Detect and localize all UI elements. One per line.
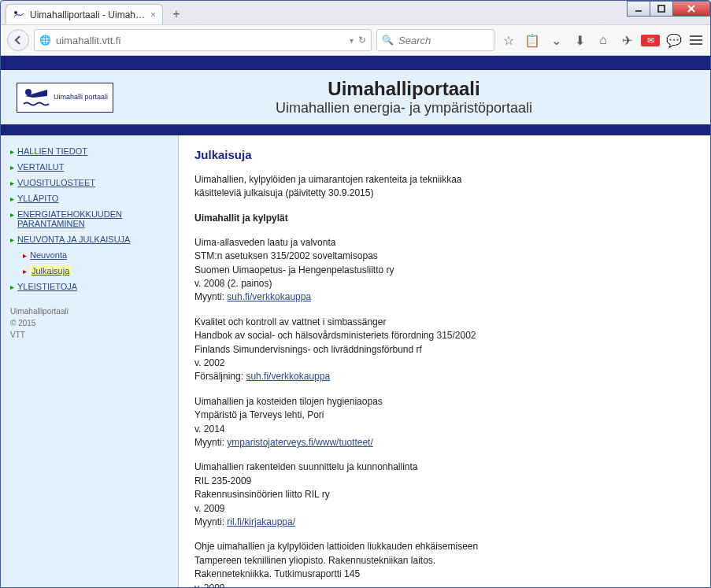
sidebar-footer-copyright: © 2015	[10, 317, 168, 329]
svg-point-5	[14, 11, 17, 14]
nav-energiatehokkuus[interactable]: ENERGIATEHOKKUUDEN PARANTAMINEN	[17, 209, 168, 228]
header-midbar	[1, 124, 710, 135]
tab-title: Uimahalliportaali - Uimaha...	[30, 9, 146, 20]
chevron-right-icon: ▸	[10, 283, 14, 291]
send-icon[interactable]: ✈	[617, 33, 636, 48]
chevron-right-icon: ▸	[10, 235, 14, 244]
chevron-right-icon: ▸	[23, 267, 27, 276]
url-input[interactable]	[56, 35, 345, 46]
chevron-right-icon: ▸	[10, 210, 14, 219]
nav-yleistietoja[interactable]: YLEISTIETOJA	[17, 282, 77, 291]
link-suh-1[interactable]: suh.fi/verkkokauppa	[227, 291, 311, 302]
header-topbar	[1, 56, 710, 70]
page-content[interactable]: Uimahalli portaali Uimahalliportaali Uim…	[1, 56, 710, 587]
logo-swimmer-icon	[22, 87, 50, 109]
arrow-left-icon	[13, 35, 24, 46]
content-heading: Julkaisuja	[194, 146, 694, 164]
nav-vertailut[interactable]: VERTAILUT	[17, 162, 65, 172]
globe-icon: 🌐	[39, 35, 51, 46]
new-tab-button[interactable]: +	[168, 6, 185, 23]
publication-3: Uimahallien ja kosteiden tilojen hygieni…	[194, 395, 694, 450]
reload-icon[interactable]: ↻	[358, 35, 366, 46]
search-bar[interactable]: 🔍	[376, 29, 494, 51]
pocket-icon[interactable]: ⌄	[546, 33, 565, 48]
clipboard-icon[interactable]: 📋	[523, 33, 542, 48]
sidebar-nav: ▸HALLIEN TIEDOT ▸VERTAILUT ▸VUOSITULOSTE…	[1, 135, 178, 587]
browser-window: Uimahalliportaali - Uimaha... × + 🌐 ▾ ↻ …	[0, 0, 711, 588]
browser-tab[interactable]: Uimahalliportaali - Uimaha... ×	[6, 4, 163, 24]
link-ril[interactable]: ril.fi/kirjakauppa/	[227, 516, 295, 527]
browser-toolbar: 🌐 ▾ ↻ 🔍 ☆ 📋 ⌄ ⬇ ⌂ ✈ ✉ 💬	[1, 24, 710, 56]
publication-4: Uimahallien rakenteiden suunnittelu ja k…	[194, 460, 694, 529]
page-title: Uimahalliportaali	[113, 78, 694, 100]
search-icon: 🔍	[382, 35, 394, 46]
link-ymparisto[interactable]: ymparistojaterveys.fi/www/tuotteet/	[227, 437, 372, 448]
content-intro: Uimahallien, kylpylöiden ja uimarantojen…	[194, 173, 694, 201]
site-logo[interactable]: Uimahalli portaali	[17, 83, 113, 113]
publication-5: Ohje uimahallien ja kylpylöiden lattioid…	[194, 540, 694, 587]
link-suh-2[interactable]: suh.fi/verkkokauppa	[246, 371, 330, 382]
sidebar-footer-org: VTT	[10, 329, 168, 341]
nav-vuositulosteet[interactable]: VUOSITULOSTEET	[17, 178, 95, 187]
nav-yllapito[interactable]: YLLÄPITO	[17, 194, 58, 203]
back-button[interactable]	[7, 29, 29, 51]
logo-text: Uimahalli portaali	[54, 94, 108, 101]
main-content: Julkaisuja Uimahallien, kylpylöiden ja u…	[178, 135, 710, 587]
chevron-right-icon: ▸	[10, 147, 14, 156]
nav-neuvonta-julkaisuja[interactable]: NEUVONTA JA JULKAISUJA	[17, 235, 130, 244]
publication-1: Uima-allasveden laatu ja valvonta STM:n …	[194, 236, 694, 305]
chat-icon[interactable]: 💬	[665, 33, 683, 48]
nav-hallien-tiedot[interactable]: HALLIEN TIEDOT	[17, 146, 87, 156]
dropdown-icon[interactable]: ▾	[350, 36, 354, 45]
tab-close-icon[interactable]: ×	[150, 9, 156, 20]
url-bar[interactable]: 🌐 ▾ ↻	[34, 29, 372, 51]
chevron-right-icon: ▸	[10, 179, 14, 187]
chevron-right-icon: ▸	[23, 251, 27, 260]
nav-neuvonta[interactable]: Neuvonta	[30, 250, 67, 260]
downloads-icon[interactable]: ⬇	[570, 33, 589, 48]
nav-julkaisuja[interactable]: Julkaisuja	[30, 266, 71, 276]
content-viewport: Uimahalli portaali Uimahalliportaali Uim…	[1, 56, 710, 587]
page-subtitle: Uimahallien energia- ja ympäristöportaal…	[113, 100, 694, 116]
sidebar-footer-title: Uimahalliportaali	[10, 305, 168, 317]
tab-favicon-icon	[13, 9, 25, 21]
menu-button[interactable]	[688, 35, 704, 45]
bookmark-star-icon[interactable]: ☆	[499, 33, 518, 48]
mail-icon[interactable]: ✉	[641, 35, 660, 46]
tab-strip: Uimahalliportaali - Uimaha... × +	[1, 2, 710, 24]
home-icon[interactable]: ⌂	[594, 33, 613, 47]
svg-point-6	[25, 89, 31, 95]
chevron-right-icon: ▸	[10, 163, 14, 172]
section1-title: Uimahallit ja kylpylät	[194, 212, 694, 225]
chevron-right-icon: ▸	[10, 194, 14, 203]
site-header: Uimahalli portaali Uimahalliportaali Uim…	[1, 70, 710, 124]
publication-2: Kvalitet och kontroll av vattnet i simba…	[194, 316, 694, 384]
